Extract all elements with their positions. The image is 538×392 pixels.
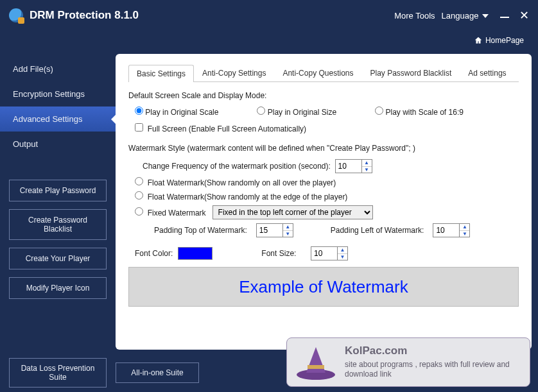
- close-button[interactable]: ✕: [519, 8, 529, 22]
- tab-basic-settings[interactable]: Basic Settings: [128, 65, 194, 82]
- radio-original-size[interactable]: Play in Original Size: [257, 107, 336, 117]
- chevron-down-icon: [482, 14, 489, 18]
- radio-scale-169[interactable]: Play with Scale of 16:9: [375, 107, 464, 117]
- sidebar: Add File(s) Encryption Settings Advanced…: [0, 50, 116, 354]
- font-color-swatch[interactable]: [178, 247, 213, 260]
- language-button[interactable]: Language: [442, 11, 489, 21]
- more-tools-button[interactable]: More Tools: [394, 11, 435, 21]
- tab-bar: Basic Settings Anti-Copy Settings Anti-C…: [128, 64, 519, 82]
- pad-top-spinner[interactable]: ▲▼: [256, 223, 293, 237]
- home-icon: [474, 36, 483, 45]
- pad-top-label: Padding Top of Watermark:: [154, 226, 247, 235]
- radio-original-scale[interactable]: Play in Original Scale: [135, 107, 218, 117]
- create-your-player-button[interactable]: Create Your Player: [9, 248, 107, 269]
- all-in-one-suite-button[interactable]: All-in-one Suite: [116, 362, 199, 383]
- font-color-label: Font Color:: [135, 249, 173, 258]
- radio-float-all[interactable]: Float Watermark(Show randomly on all ove…: [135, 177, 336, 187]
- freq-spinner[interactable]: ▲▼: [335, 159, 372, 173]
- tab-anti-copy-questions[interactable]: Anti-Copy Questions: [274, 64, 361, 81]
- pad-left-spinner[interactable]: ▲▼: [433, 223, 470, 237]
- sidebar-item-advanced-settings[interactable]: Advanced Settings: [0, 107, 116, 132]
- tab-anti-copy-settings[interactable]: Anti-Copy Settings: [194, 64, 274, 81]
- watermark-preview: Example of Watermark: [128, 267, 519, 307]
- modify-player-icon-button[interactable]: Modify Player Icon: [9, 277, 107, 299]
- freq-label: Change Frequency of the watermark positi…: [143, 162, 331, 171]
- data-loss-prevention-button[interactable]: Data Loss Prevention Suite: [9, 358, 107, 388]
- content-panel: Basic Settings Anti-Copy Settings Anti-C…: [116, 54, 532, 350]
- next-button[interactable]: Next >: [482, 364, 529, 381]
- minimize-button[interactable]: [500, 17, 509, 18]
- homepage-link[interactable]: HomePage: [0, 31, 538, 50]
- app-logo-icon: [9, 8, 23, 22]
- radio-float-edge[interactable]: Float Watermark(Show randomly at the edg…: [135, 191, 347, 201]
- fixed-position-select[interactable]: Fixed in the top left corner of the play…: [213, 205, 373, 219]
- screen-scale-label: Default Screen Scale and Display Mode:: [128, 91, 519, 100]
- checkbox-full-screen[interactable]: Full Screen (Enable Full Screen Automati…: [135, 123, 306, 133]
- radio-fixed-watermark[interactable]: Fixed Watermark: [135, 207, 206, 217]
- create-password-blacklist-button[interactable]: Create Password Blacklist: [9, 209, 107, 240]
- sidebar-item-add-files[interactable]: Add File(s): [0, 56, 116, 81]
- font-size-spinner[interactable]: ▲▼: [311, 246, 348, 260]
- back-button[interactable]: < Back: [420, 364, 468, 381]
- tab-ad-settings[interactable]: Ad settings: [460, 64, 514, 81]
- app-title: DRM Protection 8.1.0: [30, 9, 139, 22]
- sidebar-item-output[interactable]: Output: [0, 132, 116, 157]
- tab-play-password-blacklist[interactable]: Play Password Blacklist: [362, 64, 460, 81]
- font-size-label: Font Size:: [261, 249, 296, 258]
- footer: Data Loss Prevention Suite All-in-one Su…: [0, 354, 538, 392]
- watermark-style-label: Watermark Style (watermark content will …: [128, 144, 519, 153]
- sidebar-item-encryption-settings[interactable]: Encryption Settings: [0, 81, 116, 107]
- create-play-password-button[interactable]: Create Play Password: [9, 180, 107, 201]
- pad-left-label: Padding Left of Watermark:: [331, 226, 424, 235]
- titlebar: DRM Protection 8.1.0 More Tools Language…: [0, 0, 538, 31]
